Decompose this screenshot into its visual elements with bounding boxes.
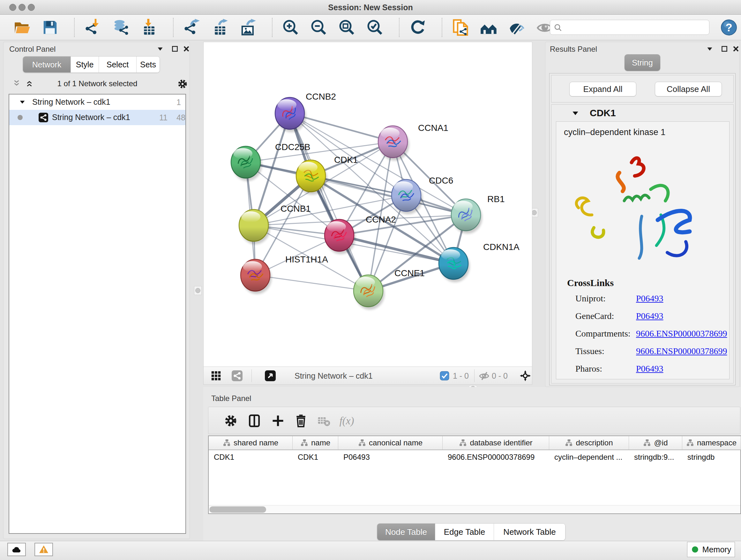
column-header-name[interactable]: name [293,436,338,449]
column-header-canonicalname[interactable]: canonical name [338,436,443,449]
zoom-selected-icon [366,19,384,36]
node-table[interactable]: shared namenamecanonical namedatabase id… [208,435,741,514]
node-CCNE1[interactable] [354,275,385,310]
tree-expand-icon[interactable] [19,98,26,105]
tab-edge-table[interactable]: Edge Table [435,523,494,540]
search-input[interactable] [550,20,710,35]
network-canvas[interactable]: CCNB2CCNA1CDC25BCDK1CDC6RB1CCNB1CCNA2CDK… [203,42,532,367]
table-cell[interactable]: stringdb [687,453,739,462]
tab-select[interactable]: Select [99,57,137,72]
close-panel-icon[interactable] [182,45,191,53]
close-panel-icon[interactable] [732,45,740,53]
detach-view-icon[interactable] [265,370,276,381]
toolbar-separator [399,18,400,37]
node-CDKN1A[interactable] [439,247,470,282]
crosslinks-title: CrossLinks [567,277,614,288]
export-table-button[interactable] [211,19,228,36]
apply-layout-button[interactable] [409,19,426,36]
node-CDK1[interactable] [296,160,327,195]
cloud-button[interactable] [7,543,26,556]
table-cell[interactable]: P06493 [343,453,441,462]
table-cell[interactable]: CDK1 [214,453,291,462]
show-columns-icon[interactable] [247,414,261,428]
table-toolbar: f(x) [208,407,740,434]
network-row-selected[interactable]: String Network – cdk1 11 48 [9,110,185,125]
hide-selected-button[interactable] [508,19,525,36]
selected-checkbox-icon[interactable] [440,371,449,381]
crosslink-link[interactable]: 9606.ENSP00000378699 [636,328,727,339]
import-table-button[interactable] [140,19,158,36]
horizontal-scrollbar[interactable] [209,505,740,513]
node-RB1[interactable] [451,199,482,234]
tab-network[interactable]: Network [23,57,71,72]
help-button[interactable]: ? [721,19,737,36]
crosslink-link[interactable]: P06493 [636,311,664,321]
svg-text:f(x): f(x) [340,415,354,427]
tab-style[interactable]: Style [71,57,99,72]
node-CDC6[interactable] [392,179,422,214]
tab-string[interactable]: String [624,54,660,71]
column-header-sharedname[interactable]: shared name [209,436,293,449]
entry-header[interactable]: CDK1 [551,105,733,121]
node-CCNA1[interactable] [378,126,409,161]
panel-menu-icon[interactable] [705,45,714,53]
export-network-button[interactable] [183,19,200,36]
node-CCNB2[interactable] [275,98,306,132]
crosslink-row: Pharos: P06493 [556,364,729,381]
create-column-icon[interactable] [271,414,285,428]
crosslink-row: GeneCard: P06493 [556,311,729,328]
panel-menu-icon[interactable] [156,45,164,53]
crosslink-link[interactable]: 9606.ENSP00000378699 [636,346,727,356]
zoom-fit-button[interactable] [338,19,355,36]
entry-body: cyclin–dependent kinase 1 [556,121,730,379]
table-cell[interactable]: stringdb:9... [634,453,680,462]
gear-icon[interactable] [177,78,188,89]
crosslink-link[interactable]: P06493 [636,294,664,304]
import-table-icon [140,19,158,36]
open-session-button[interactable] [13,19,30,36]
save-icon [42,19,59,36]
node-label-CCNA2: CCNA2 [366,214,396,225]
export-image-button[interactable] [239,19,257,36]
tab-sets[interactable]: Sets [137,57,159,72]
node-CDC25B[interactable] [231,146,262,181]
node-HIST1H1A[interactable] [241,259,272,294]
scrollbar-thumb[interactable] [209,506,266,513]
float-panel-icon[interactable] [720,45,729,53]
node-CCNA2[interactable] [325,219,355,254]
crosshair-icon[interactable] [519,369,532,382]
column-header-description[interactable]: description [549,436,629,449]
memory-button[interactable]: Memory [687,542,735,557]
function-builder-icon: f(x) [339,414,359,428]
expand-all-button[interactable]: Expand All [569,82,636,97]
grid-view-icon[interactable] [211,370,221,381]
import-network-database-button[interactable] [112,19,130,36]
first-neighbors-button[interactable] [480,19,497,36]
collapse-all-button[interactable]: Collapse All [655,82,722,97]
table-cell[interactable]: CDK1 [298,453,336,462]
gear-icon[interactable] [224,414,238,428]
tab-node-table[interactable]: Node Table [377,523,435,540]
crosslink-label: Pharos: [576,364,602,374]
delete-column-icon[interactable] [294,414,308,428]
warning-button[interactable] [35,543,53,556]
table-cell[interactable]: 9606.ENSP00000378699 [448,453,547,462]
left-splitter-handle[interactable] [194,286,202,295]
column-header-namespace[interactable]: namespace [682,436,741,449]
zoom-in-button[interactable] [282,19,299,36]
column-header-databaseidentifier[interactable]: database identifier [443,436,549,449]
save-session-button[interactable] [42,19,59,36]
import-network-file-button[interactable] [84,19,102,36]
collapse-entry-icon[interactable] [571,109,580,118]
network-view-icon[interactable] [232,370,243,381]
application-window: Session: New Session ? Control Panel Net… [0,0,741,560]
tab-network-table[interactable]: Network Table [494,523,565,540]
network-collection-row[interactable]: String Network – cdk1 1 [9,95,185,110]
crosslink-link[interactable]: P06493 [636,364,664,374]
clone-network-button[interactable] [452,19,469,36]
column-header-id[interactable]: @id [629,436,682,449]
zoom-selected-button[interactable] [366,19,384,36]
table-cell[interactable]: cyclin–dependent ... [554,453,627,462]
zoom-out-button[interactable] [310,19,327,36]
float-panel-icon[interactable] [171,45,179,53]
